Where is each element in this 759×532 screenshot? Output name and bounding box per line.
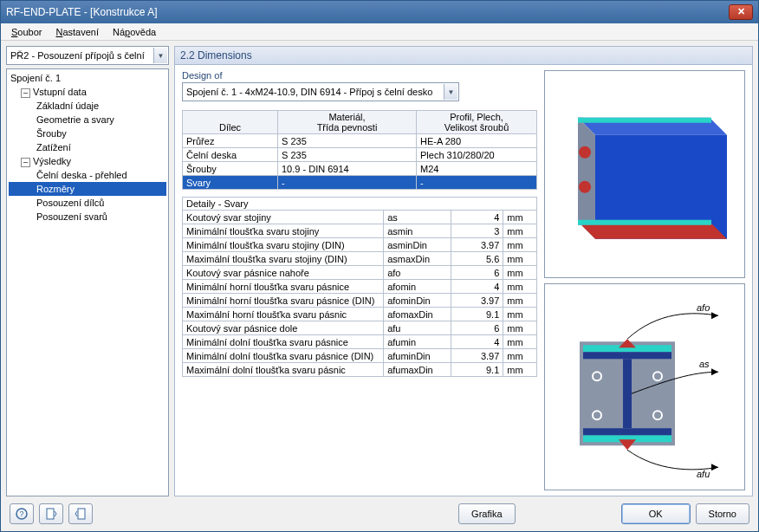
table-row[interactable]: Šrouby10.9 - DIN 6914M24	[183, 162, 537, 176]
svg-text:?: ?	[19, 509, 23, 518]
section-title: 2.2 Dimensions	[174, 46, 753, 65]
label-as: as	[699, 359, 710, 369]
menu-soubor[interactable]: Soubor	[4, 25, 49, 39]
tree-item[interactable]: Posouzení dílců	[9, 196, 166, 210]
table-row[interactable]: Maximální horní tloušťka svaru pásnicafo…	[183, 308, 537, 321]
design-of-label: Design of	[182, 70, 537, 81]
details-caption: Detaily - Svary	[182, 197, 537, 210]
table-row[interactable]: Maximální tloušťka svaru stojiny (DIN)as…	[183, 252, 537, 266]
table-row[interactable]: Čelní deskaS 235Plech 310/280/20	[183, 148, 537, 162]
svg-rect-14	[623, 359, 632, 428]
menubar: Soubor Nastavení Nápověda	[1, 23, 758, 41]
col-dilec: Dílec	[183, 111, 278, 134]
svg-marker-21	[711, 312, 718, 319]
table-row[interactable]: Minimální dolní tloušťka svaru pásnice (…	[183, 349, 537, 363]
svg-rect-12	[583, 352, 671, 359]
svg-rect-6	[578, 220, 711, 225]
graphics-column: afo as afu	[544, 70, 745, 490]
tree-item[interactable]: Šrouby	[9, 127, 166, 140]
table-row[interactable]: Koutový svar pásnice doleafu6mm	[183, 321, 537, 335]
minus-icon[interactable]: –	[21, 88, 30, 98]
table-row[interactable]: Maximální dolní tloušťka svaru pásnicafu…	[183, 363, 537, 377]
tool-button-1[interactable]	[39, 503, 63, 524]
components-table: Dílec Materiál,Třída pevnosti Profil, Pl…	[182, 110, 537, 190]
window-title: RF-END-PLATE - [Konstrukce A]	[6, 6, 729, 18]
table-row[interactable]: Minimální tloušťka svaru stojiny (DIN)as…	[183, 238, 537, 252]
case-combo[interactable]: PŘ2 - Posouzení přípojů s čelní ▼	[6, 46, 169, 65]
tree-group-input[interactable]: –Vstupní data	[9, 85, 166, 99]
grafika-button[interactable]: Grafika	[458, 503, 515, 524]
menu-nast-text: astavení	[62, 27, 99, 37]
details-table: Koutový svar stojinyas4mmMinimální tlouš…	[182, 210, 537, 377]
tree-item[interactable]: Základní údaje	[9, 99, 166, 113]
tree-group-results[interactable]: –Výsledky	[9, 154, 166, 168]
table-row[interactable]: Minimální horní tloušťka svaru pásniceaf…	[183, 280, 537, 294]
tool-button-2[interactable]	[68, 503, 93, 524]
table-row[interactable]: Minimální dolní tloušťka svaru pásniceaf…	[183, 335, 537, 349]
design-combo-value: Spojení č. 1 - 4xM24-10.9, DIN 6914 - Př…	[186, 87, 432, 97]
app-window: RF-END-PLATE - [Konstrukce A] ✕ Soubor N…	[0, 0, 759, 532]
table-row[interactable]: Svary--	[183, 176, 537, 190]
tree-item[interactable]: Posouzení svarů	[9, 210, 166, 224]
svg-marker-23	[711, 464, 718, 470]
close-button[interactable]: ✕	[729, 4, 753, 20]
left-panel: PŘ2 - Posouzení přípojů s čelní ▼ Spojen…	[6, 46, 169, 496]
label-afu: afu	[697, 469, 710, 479]
tree-item[interactable]: Čelní deska - přehled	[9, 168, 166, 182]
ok-button[interactable]: OK	[621, 503, 691, 524]
chevron-down-icon: ▼	[444, 84, 457, 100]
svg-point-8	[579, 181, 591, 193]
page-left-icon	[45, 508, 57, 520]
svg-rect-27	[78, 509, 85, 519]
storno-button[interactable]: Storno	[696, 503, 749, 524]
col-profile: Profil, Plech,Velikost šroubů	[417, 111, 537, 134]
svg-point-7	[579, 146, 591, 159]
page-right-icon	[75, 508, 87, 520]
svg-marker-22	[711, 368, 718, 375]
table-row[interactable]: Minimální tloušťka svaru stojinyasmin3mm	[183, 224, 537, 238]
minus-icon[interactable]: –	[21, 158, 30, 167]
footer: ? Grafika OK Storno	[1, 496, 758, 531]
table-row[interactable]: Minimální horní tloušťka svaru pásnice (…	[183, 294, 537, 308]
graphic-2d[interactable]: afo as afu	[544, 283, 745, 491]
svg-rect-4	[578, 118, 583, 225]
chevron-down-icon: ▼	[153, 48, 167, 63]
design-combo[interactable]: Spojení č. 1 - 4xM24-10.9, DIN 6914 - Př…	[182, 82, 459, 101]
menu-nastaveni[interactable]: Nastavení	[49, 25, 106, 39]
tree-item[interactable]: Geometrie a svary	[9, 113, 166, 127]
col-material: Materiál,Třída pevnosti	[278, 111, 417, 134]
label-afo: afo	[697, 302, 710, 313]
svg-rect-13	[583, 428, 671, 435]
menu-nap-text: ověda	[130, 27, 156, 37]
titlebar: RF-END-PLATE - [Konstrukce A] ✕	[1, 1, 758, 23]
case-combo-value: PŘ2 - Posouzení přípojů s čelní	[10, 50, 145, 61]
table-row[interactable]: Koutový svar pásnice nahořeafo6mm	[183, 266, 537, 280]
table-row[interactable]: Koutový svar stojinyas4mm	[183, 211, 537, 224]
svg-rect-5	[578, 118, 711, 123]
graphic-3d[interactable]	[544, 70, 745, 278]
svg-rect-26	[47, 509, 54, 519]
nav-tree[interactable]: Spojení č. 1 –Vstupní data Základní údaj…	[6, 68, 169, 496]
tree-item[interactable]: Zatížení	[9, 140, 166, 154]
tree-item-selected[interactable]: Rozměry	[9, 182, 166, 196]
right-panel: 2.2 Dimensions Design of Spojení č. 1 - …	[174, 46, 753, 496]
menu-soubor-text: oubor	[17, 27, 42, 37]
menu-napoveda[interactable]: Nápověda	[106, 25, 163, 39]
help-icon: ?	[16, 508, 28, 520]
table-row[interactable]: PrůřezS 235HE-A 280	[183, 134, 537, 148]
tree-root[interactable]: Spojení č. 1	[9, 71, 166, 85]
help-button[interactable]: ?	[10, 503, 34, 524]
